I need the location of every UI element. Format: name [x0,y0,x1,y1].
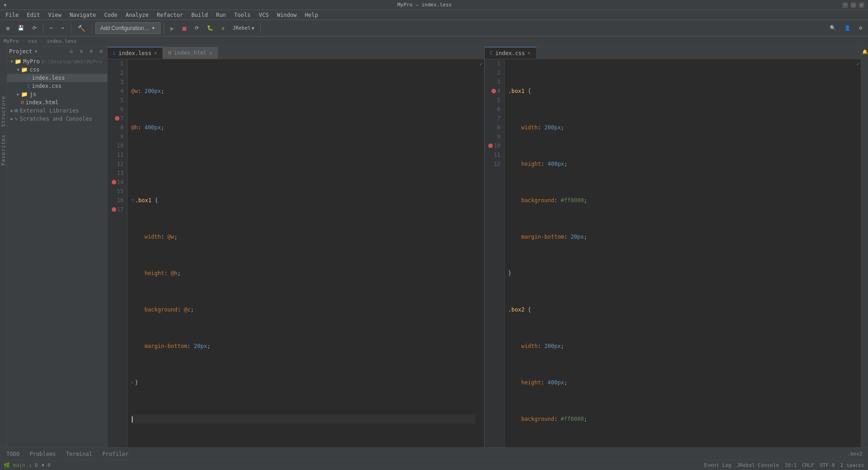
gutter-check-right: ✓ [855,59,861,68]
vertical-tab-structure[interactable]: Structure [0,92,7,131]
toolbar-back-btn[interactable]: ← [46,22,56,34]
tab-index-css[interactable]: C index.css × [485,47,537,59]
vertical-tab-favorites[interactable]: Favorites [0,131,7,169]
sidebar-sort-btn[interactable]: ⇅ [77,47,85,56]
toolbar-settings-btn[interactable]: ⚙ [856,22,865,34]
tab-index-less[interactable]: L index.less × [108,47,163,59]
left-line-numbers: 1 2 3 4 5 6 7 8 9 10 11 1 [108,59,128,447]
tree-item-external-libs[interactable]: ▶ ⊞ External Libraries [7,107,107,115]
add-configuration-button[interactable]: Add Configuration… ▼ [95,22,160,34]
menu-edit[interactable]: Edit [23,11,44,19]
tab-index-html[interactable]: H index.html × [163,47,218,59]
nav-active[interactable]: index.less [46,38,77,44]
menu-analyze[interactable]: Analyze [122,11,152,19]
breakpoint-7[interactable] [115,116,119,121]
menu-tools[interactable]: Tools [231,11,254,19]
tree-item-index-less[interactable]: L index.less [7,74,107,82]
tree-arrow-js: ▶ [16,92,21,97]
debug-button[interactable]: 🐛 [204,22,217,34]
tab-icon-less: L [113,51,116,56]
status-crlf[interactable]: CRLF [802,462,814,468]
menu-window[interactable]: Window [273,11,300,19]
jrebel-config-btn[interactable]: JRebel ▼ [229,22,257,34]
menu-help[interactable]: Help [301,11,322,19]
ln-17: 17 [111,205,124,214]
tab-close-index-css[interactable]: × [528,51,531,56]
breakpoint-17[interactable] [112,207,116,212]
code-line-4: ▽ .box1 { [131,196,475,205]
fold-end-9[interactable]: ▷ [131,378,134,387]
left-code-editor[interactable]: 1 2 3 4 5 6 7 8 9 10 11 1 [108,59,484,447]
status-jrebel-console[interactable]: JRebel Console [737,462,779,468]
menu-vcs[interactable]: VCS [255,11,273,19]
menu-build[interactable]: Build [188,11,212,19]
r-code-line-1: .box1 { [508,87,852,96]
tab-close-index-less[interactable]: × [154,51,157,56]
tab-close-index-html[interactable]: × [210,51,212,56]
tab-icon-css-right: C [490,51,493,56]
tree-item-js[interactable]: ▶ 📁 js [7,90,107,98]
nav-project[interactable]: MyPro [4,38,19,44]
project-dropdown-label[interactable]: Project [9,48,32,55]
gutter-check-left: ✓ [479,59,484,68]
run-button[interactable]: ▶ [167,22,177,34]
bottom-tab-todo[interactable]: TODO [2,449,24,459]
status-event-log[interactable]: Event Log [704,462,732,468]
bottom-tab-profiler-label: Profiler [103,451,129,457]
right-editor-tabs: C index.css × [485,46,861,59]
ln-10: 10 [111,141,124,150]
toolbar-user-btn[interactable]: 👤 [841,22,854,34]
right-code-content[interactable]: .box1 { width: 200px; height: 400px; [505,59,856,447]
menu-run[interactable]: Run [212,11,230,19]
minimize-button[interactable]: ─ [842,2,848,8]
rln-11: 11 [488,150,501,159]
menu-file[interactable]: File [2,11,22,19]
toolbar-forward-btn[interactable]: → [58,22,67,34]
tree-item-myPro[interactable]: ▼ 📁 MyPro D:\Develop\Web\MyPro [7,57,107,66]
tree-item-index-css[interactable]: C index.css [7,82,107,90]
right-panel-notifications[interactable]: 🔔 [862,48,868,55]
menu-refactor[interactable]: Refactor [153,11,187,19]
sidebar-hide-btn[interactable]: ⊟ [97,47,105,56]
nav-file[interactable]: css [28,38,37,44]
breakpoint-14[interactable] [112,180,116,184]
maximize-button[interactable]: □ [851,2,856,8]
toolbar-build-btn[interactable]: 🔨 [74,22,88,34]
toolbar-coverage-btn[interactable]: ◑ [218,22,228,34]
status-line-col[interactable]: 10:1 [785,462,797,468]
toolbar-sync-btn[interactable]: ⟳ [29,22,40,34]
window-title: MyPro – index.less [7,2,842,8]
breakpoint-r10[interactable] [488,143,493,148]
menu-navigate[interactable]: Navigate [66,11,100,19]
menu-code[interactable]: Code [101,11,121,19]
tree-item-index-html[interactable]: H index.html [7,98,107,107]
right-panel: 🔔 [861,46,868,447]
left-code-content[interactable]: @w: 200px; @h: 400px; ▽ .box1 { [128,59,479,447]
status-indent[interactable]: 2 spaces [840,462,864,468]
toolbar-reload-btn[interactable]: ⟳ [191,22,202,34]
toolbar-save-btn[interactable]: 💾 [15,22,27,34]
bottom-tab-profiler[interactable]: Profiler [98,449,134,459]
toolbar-search-btn[interactable]: 🔍 [827,22,839,34]
fold-4[interactable]: ▽ [131,196,134,205]
right-right-gutter: ✓ [855,59,861,447]
bottom-tab-terminal[interactable]: Terminal [62,449,97,459]
bottom-tab-problems[interactable]: Problems [25,449,61,459]
tree-item-scratches[interactable]: ▶ ✎ Scratches and Consoles [7,115,107,123]
sidebar-scope-btn[interactable]: ◎ [67,47,75,56]
folder-icon-css: 📁 [21,66,28,73]
status-encoding[interactable]: UTF-8 [820,462,835,468]
tree-arrow-css: ▼ [16,67,21,72]
toolbar-menu-btn[interactable]: ≡ [3,22,13,34]
toolbar-stop-btn[interactable]: ■ [179,22,189,34]
tree-item-css[interactable]: ▼ 📁 css [7,66,107,74]
breakpoint-r4[interactable] [491,89,496,93]
ln-11: 11 [111,150,124,159]
status-branch[interactable]: 🌿 main [4,462,25,468]
ln-2: 2 [111,68,124,77]
sidebar-settings-btn[interactable]: ⚙ [87,47,95,56]
menu-view[interactable]: View [45,11,65,19]
right-code-editor[interactable]: 1 2 3 4 5 6 7 8 9 1 [485,59,861,447]
close-button[interactable]: × [859,2,864,8]
window-controls[interactable]: ─ □ × [842,2,864,8]
